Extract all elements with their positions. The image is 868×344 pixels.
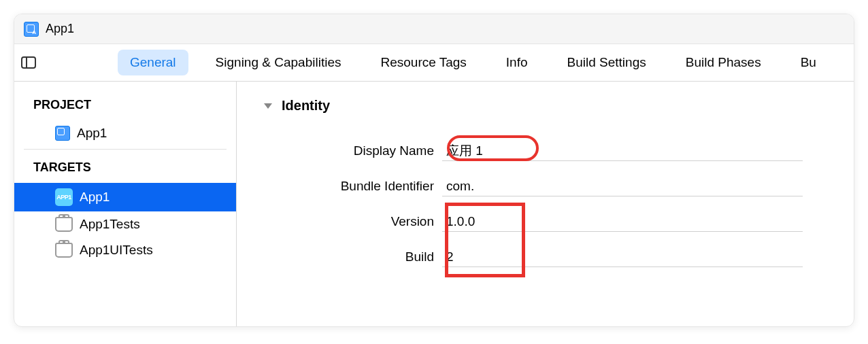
xcode-project-icon [24,22,39,37]
section-header[interactable]: Identity [264,98,827,114]
section-title: Identity [282,98,330,114]
sidebar-target-label: App1 [80,190,110,205]
test-target-icon [55,243,73,258]
display-name-label: Display Name [264,143,442,158]
display-name-row: Display Name [264,141,827,161]
xcode-project-icon [55,126,70,141]
project-navigator-sidebar: PROJECT App1 TARGETS APP1 App1 App1Tests… [14,82,237,326]
bundle-id-input[interactable] [442,176,803,196]
version-input[interactable] [442,211,803,232]
title-text: App1 [46,22,74,36]
sidebar-target-label: App1Tests [80,217,140,232]
identity-form: Display Name Bundle Identifier Version B… [264,141,827,267]
sidebar-target-uitests[interactable]: App1UITests [14,237,236,263]
build-label: Build [264,250,442,264]
version-label: Version [264,214,442,229]
sidebar-divider [24,149,227,150]
sidebar-toggle-icon[interactable] [21,56,36,69]
bundle-id-row: Bundle Identifier [264,176,827,196]
display-name-input[interactable] [442,141,803,161]
tab-build-rules[interactable]: Bu [788,50,816,75]
title-bar: App1 [14,14,854,44]
main-panel: Identity Display Name Bundle Identifier … [237,82,854,326]
sidebar-target-app[interactable]: APP1 App1 [14,183,236,211]
app-target-icon: APP1 [55,188,73,206]
tab-build-phases[interactable]: Build Phases [673,50,773,75]
test-target-icon [55,217,73,232]
tab-bar: General Signing & Capabilities Resource … [14,44,854,82]
tab-build-settings[interactable]: Build Settings [555,50,658,75]
content-area: PROJECT App1 TARGETS APP1 App1 App1Tests… [14,82,854,326]
tab-signing-capabilities[interactable]: Signing & Capabilities [203,50,354,75]
tab-resource-tags[interactable]: Resource Tags [368,50,478,75]
build-input[interactable] [442,247,803,267]
xcode-window: App1 General Signing & Capabilities Reso… [14,14,854,327]
sidebar-target-tests[interactable]: App1Tests [14,211,236,237]
sidebar-project-item[interactable]: App1 [14,120,236,146]
version-row: Version [264,211,827,232]
tab-info[interactable]: Info [494,50,540,75]
chevron-down-icon [264,103,272,109]
sidebar-target-label: App1UITests [80,243,153,258]
bundle-id-label: Bundle Identifier [264,179,442,194]
sidebar-project-label: App1 [77,126,107,141]
targets-heading: TARGETS [14,156,236,183]
project-heading: PROJECT [14,94,236,120]
tab-general[interactable]: General [118,50,188,75]
build-row: Build [264,247,827,267]
